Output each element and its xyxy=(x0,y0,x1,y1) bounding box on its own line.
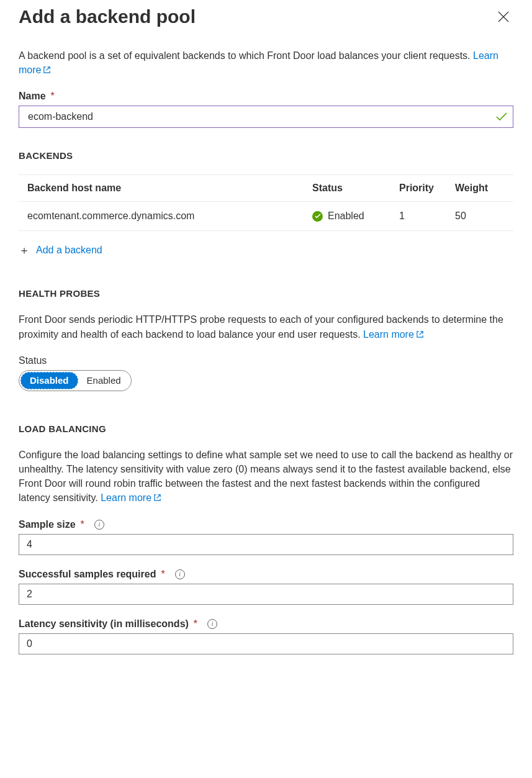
name-input[interactable] xyxy=(19,106,513,128)
external-link-icon xyxy=(43,66,51,74)
health-probes-desc: Front Door sends periodic HTTP/HTTPS pro… xyxy=(19,312,513,341)
intro-text: A backend pool is a set of equivalent ba… xyxy=(19,48,513,77)
backends-table: Backend host name Status Priority Weight… xyxy=(19,174,513,231)
add-backend-label: Add a backend xyxy=(36,245,102,256)
sample-size-label: Sample size* i xyxy=(19,519,513,530)
cell-host: ecomtenant.commerce.dynamics.com xyxy=(27,210,312,222)
table-header: Backend host name Status Priority Weight xyxy=(19,175,513,202)
sample-size-input[interactable] xyxy=(19,534,513,555)
health-probes-body: Front Door sends periodic HTTP/HTTPS pro… xyxy=(19,314,503,339)
learn-more-label: Learn more xyxy=(363,329,414,340)
latency-label: Latency sensitivity (in milliseconds)* i xyxy=(19,618,513,630)
table-row[interactable]: ecomtenant.commerce.dynamics.com Enabled… xyxy=(19,202,513,231)
external-link-icon xyxy=(416,330,424,338)
status-toggle: Disabled Enabled xyxy=(19,370,132,391)
load-balancing-desc: Configure the load balancing settings to… xyxy=(19,448,513,505)
sample-size-label-text: Sample size xyxy=(19,519,76,530)
learn-more-link-lb[interactable]: Learn more xyxy=(101,492,161,503)
health-probes-title: HEALTH PROBES xyxy=(19,288,513,299)
col-weight: Weight xyxy=(455,183,505,194)
backends-section-title: BACKENDS xyxy=(19,150,513,161)
name-label-text: Name xyxy=(19,91,46,102)
col-host: Backend host name xyxy=(27,183,312,194)
name-label: Name* xyxy=(19,91,513,102)
plus-icon: ＋ xyxy=(19,245,30,256)
info-icon[interactable]: i xyxy=(175,569,185,579)
load-balancing-body: Configure the load balancing settings to… xyxy=(19,450,513,504)
col-priority: Priority xyxy=(399,183,455,194)
status-label: Status xyxy=(19,355,513,366)
latency-label-text: Latency sensitivity (in milliseconds) xyxy=(19,618,189,630)
learn-more-link-health[interactable]: Learn more xyxy=(363,329,424,340)
successful-samples-label-text: Successful samples required xyxy=(19,569,156,580)
cell-weight: 50 xyxy=(455,210,505,222)
successful-samples-label: Successful samples required* i xyxy=(19,569,513,580)
external-link-icon xyxy=(153,494,161,502)
info-icon[interactable]: i xyxy=(94,520,104,530)
info-icon[interactable]: i xyxy=(207,619,217,629)
required-asterisk: * xyxy=(51,91,55,102)
intro-body: A backend pool is a set of equivalent ba… xyxy=(19,50,473,61)
add-backend-button[interactable]: ＋ Add a backend xyxy=(19,245,513,256)
latency-input[interactable] xyxy=(19,633,513,654)
load-balancing-title: LOAD BALANCING xyxy=(19,423,513,434)
status-disabled-button[interactable]: Disabled xyxy=(20,372,78,389)
checkmark-icon xyxy=(496,112,507,121)
close-icon xyxy=(498,11,509,22)
close-button[interactable] xyxy=(494,7,513,27)
learn-more-label: Learn more xyxy=(101,492,151,503)
cell-priority: 1 xyxy=(399,210,455,222)
successful-samples-input[interactable] xyxy=(19,584,513,605)
col-status: Status xyxy=(312,183,399,194)
page-title: Add a backend pool xyxy=(19,6,196,27)
status-enabled-button[interactable]: Enabled xyxy=(78,372,130,389)
required-asterisk: * xyxy=(161,569,165,580)
cell-status: Enabled xyxy=(328,210,364,222)
required-asterisk: * xyxy=(81,519,84,530)
required-asterisk: * xyxy=(194,618,197,630)
status-enabled-icon xyxy=(312,211,323,222)
